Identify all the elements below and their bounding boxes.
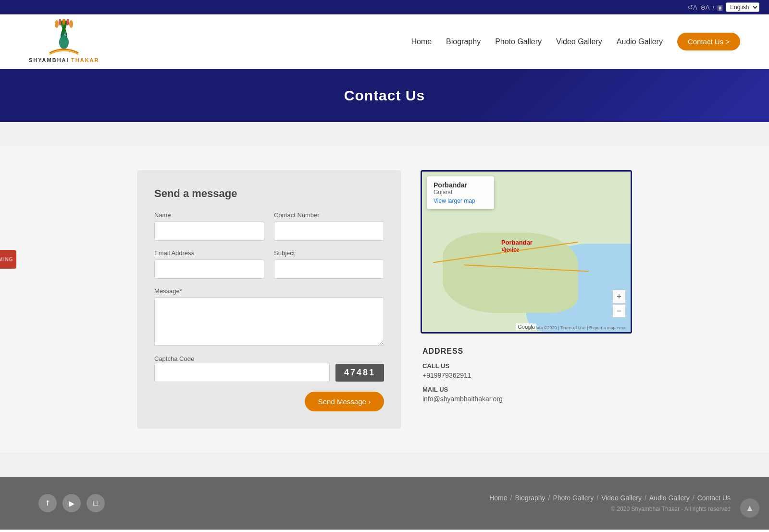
message-textarea[interactable] xyxy=(154,297,384,346)
footer-nav: Home / Biography / Photo Gallery / Video… xyxy=(489,494,731,502)
footer-nav-video-gallery[interactable]: Video Gallery xyxy=(601,494,642,502)
footer-nav-biography[interactable]: Biography xyxy=(515,494,545,502)
top-bar: ↺A ⊕A / ▣ English xyxy=(0,0,769,14)
instagram-icon[interactable]: □ xyxy=(87,494,105,512)
contact-us-button[interactable]: Contact Us > xyxy=(677,33,740,50)
form-title: Send a message xyxy=(154,187,384,200)
copyright-text: © 2020 Shyambhai Thakar - All rights res… xyxy=(489,506,731,512)
footer-nav-audio-gallery[interactable]: Audio Gallery xyxy=(649,494,690,502)
captcha-row: 47481 xyxy=(154,363,384,382)
nav-video-gallery[interactable]: Video Gallery xyxy=(556,37,602,46)
footer-nav-home[interactable]: Home xyxy=(489,494,507,502)
svg-point-9 xyxy=(69,20,73,28)
address-section: ADDRESS CALL US +919979362911 MAIL US in… xyxy=(421,347,632,409)
scroll-to-top-button[interactable]: ▲ xyxy=(740,498,759,518)
header: SHYAMBHAI THAKAR Home Biography Photo Ga… xyxy=(0,14,769,69)
footer-nav-contact-us[interactable]: Contact Us xyxy=(697,494,731,502)
map-zoom-out-button[interactable]: − xyxy=(612,304,626,318)
hero-banner: Contact Us xyxy=(0,69,769,122)
name-contact-row: Name Contact Number xyxy=(154,211,384,241)
map-city-name: Porbandar xyxy=(434,181,487,189)
map-zoom-controls: + − xyxy=(612,290,626,318)
subject-input[interactable] xyxy=(274,260,384,279)
message-group: Message* xyxy=(154,287,384,346)
logo-text: SHYAMBHAI THAKAR xyxy=(29,55,99,64)
map-placeholder: Porbandar પોરબંદર Porbandar Gujarat View… xyxy=(422,172,631,332)
nav-photo-gallery[interactable]: Photo Gallery xyxy=(495,37,542,46)
svg-point-6 xyxy=(59,19,62,25)
increase-icon[interactable]: ⊕A xyxy=(700,4,710,11)
mail-us-label: MAIL US xyxy=(422,386,630,393)
map-zoom-in-button[interactable]: + xyxy=(612,290,626,303)
logo-area: SHYAMBHAI THAKAR xyxy=(29,19,99,64)
social-links: f ▶ □ xyxy=(38,494,105,512)
svg-point-14 xyxy=(62,35,66,42)
logo-icon xyxy=(45,19,83,55)
sep-2: / xyxy=(548,494,550,502)
divider-text: / xyxy=(712,4,714,11)
contrast-icon[interactable]: ▣ xyxy=(717,4,723,11)
svg-point-13 xyxy=(65,34,66,35)
footer-right: Home / Biography / Photo Gallery / Video… xyxy=(489,494,731,512)
subject-group: Subject xyxy=(274,249,384,279)
email-input[interactable] xyxy=(154,260,264,279)
message-label: Message* xyxy=(154,287,384,295)
contact-input[interactable] xyxy=(274,222,384,241)
sep-4: / xyxy=(645,494,646,502)
main-content: Send a message Name Contact Number Email… xyxy=(0,146,769,453)
phone-number: +919979362911 xyxy=(422,371,630,379)
email-address: info@shyambhaithakar.org xyxy=(422,395,630,403)
subject-label: Subject xyxy=(274,249,384,257)
sep-1: / xyxy=(510,494,512,502)
map-view-larger-link[interactable]: View larger map xyxy=(434,198,487,204)
contact-group: Contact Number xyxy=(274,211,384,241)
footer: f ▶ □ Home / Biography / Photo Gallery /… xyxy=(0,477,769,530)
svg-point-8 xyxy=(66,19,69,25)
svg-point-5 xyxy=(55,20,59,28)
main-nav: Home Biography Photo Gallery Video Galle… xyxy=(411,33,740,50)
captcha-input[interactable] xyxy=(154,363,330,382)
email-group: Email Address xyxy=(154,249,264,279)
name-input[interactable] xyxy=(154,222,264,241)
nav-biography[interactable]: Biography xyxy=(446,37,481,46)
footer-nav-photo-gallery[interactable]: Photo Gallery xyxy=(553,494,594,502)
language-select[interactable]: English xyxy=(726,2,759,12)
name-label: Name xyxy=(154,211,264,219)
nav-home[interactable]: Home xyxy=(411,37,432,46)
page-title: Contact Us xyxy=(0,87,769,104)
youtube-icon[interactable]: ▶ xyxy=(62,494,81,512)
captcha-code: 47481 xyxy=(335,364,384,382)
contact-label: Contact Number xyxy=(274,211,384,219)
contact-form-card: Send a message Name Contact Number Email… xyxy=(137,170,401,429)
call-us-label: CALL US xyxy=(422,362,630,370)
sep-5: / xyxy=(693,494,695,502)
map-copyright: Map data ©2020 | Terms of Use | Report a… xyxy=(525,325,626,330)
email-label: Email Address xyxy=(154,249,264,257)
map-city-label: Porbandar પોરબંદર xyxy=(501,239,533,253)
map-container[interactable]: Porbandar પોરબંદર Porbandar Gujarat View… xyxy=(421,170,632,334)
address-title: ADDRESS xyxy=(422,347,630,356)
send-message-button[interactable]: Send Message › xyxy=(305,392,384,411)
map-state-name: Gujarat xyxy=(434,189,487,196)
reset-icon[interactable]: ↺A xyxy=(688,4,697,11)
nav-audio-gallery[interactable]: Audio Gallery xyxy=(617,37,663,46)
live-stream-tab[interactable]: ⊕ LIVE STREAMING xyxy=(0,250,16,269)
name-group: Name xyxy=(154,211,264,241)
map-info-box: Porbandar Gujarat View larger map xyxy=(427,176,494,209)
live-stream-label: ⊕ LIVE STREAMING xyxy=(0,257,13,262)
sep-3: / xyxy=(596,494,598,502)
email-subject-row: Email Address Subject xyxy=(154,249,384,279)
right-side: Porbandar પોરબંદર Porbandar Gujarat View… xyxy=(421,170,632,429)
captcha-label: Captcha Code xyxy=(154,355,194,362)
facebook-icon[interactable]: f xyxy=(38,494,57,512)
